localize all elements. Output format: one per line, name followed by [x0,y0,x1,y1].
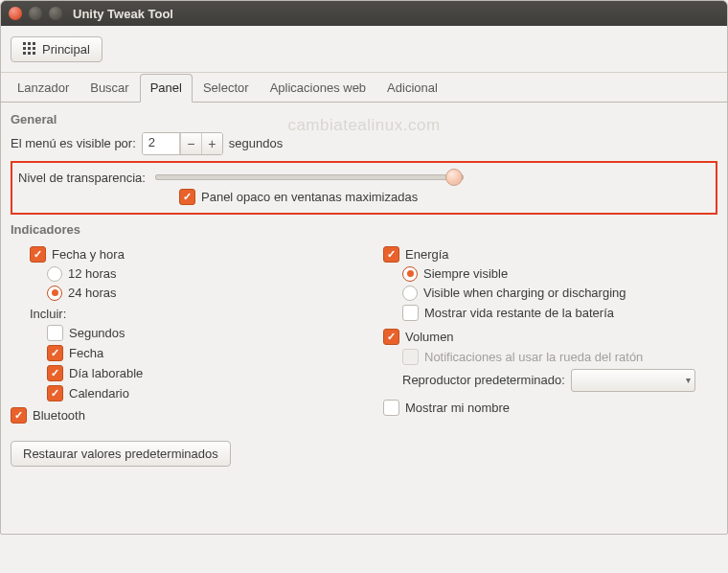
radio-12h[interactable] [47,266,62,282]
titlebar: Unity Tweak Tool [1,1,727,26]
radio-24h-label: 24 horas [68,286,117,300]
energy-always-label: Siempre visible [423,266,508,281]
tab-panel[interactable]: Panel [140,74,193,103]
stepper-plus-button[interactable]: + [201,133,222,154]
date-checkbox[interactable] [47,345,63,361]
principal-label: Principal [42,42,90,57]
radio-12h-label: 12 horas [68,266,117,281]
player-label: Reproductor predeterminado: [402,373,565,387]
highlight-box: Nivel de transparencia: Panel opaco en v… [11,161,717,215]
seconds-checkbox[interactable] [47,325,63,341]
energy-checkbox[interactable] [383,246,399,263]
tab-selector[interactable]: Selector [193,74,260,103]
restore-defaults-button[interactable]: Restaurar valores predeterminados [11,441,231,467]
opaque-panel-checkbox[interactable] [179,189,195,205]
volume-notify-checkbox [402,349,419,365]
stepper-minus-button[interactable]: − [180,133,201,154]
show-name-label: Mostrar mi nombre [405,401,510,415]
indicators-col-right: Energía Siempre visible Visible when cha… [383,242,717,467]
section-indicators-title: Indicadores [11,222,717,237]
energy-label: Energía [405,247,449,262]
bluetooth-checkbox[interactable] [11,407,27,424]
opaque-panel-label: Panel opaco en ventanas maximizadas [201,190,418,204]
toolbar: Principal [1,26,727,73]
radio-24h[interactable] [47,286,62,301]
workday-label: Día laborable [69,366,143,380]
grid-icon [23,42,36,56]
energy-charging-radio[interactable] [402,286,418,301]
menu-visible-stepper[interactable]: 2 − + [142,132,223,155]
datetime-checkbox[interactable] [30,246,46,263]
bluetooth-label: Bluetooth [33,408,85,423]
app-window: Unity Tweak Tool Principal Lanzador Busc… [0,0,728,535]
energy-charging-label: Visible when charging or discharging [423,286,626,300]
transparency-label: Nivel de transparencia: [18,171,146,185]
tab-buscar[interactable]: Buscar [80,74,139,103]
tabbar: Lanzador Buscar Panel Selector Aplicacio… [1,73,727,103]
menu-visible-value: 2 [143,133,180,154]
tab-aplicaciones-web[interactable]: Aplicaciones web [260,74,376,103]
tab-adicional[interactable]: Adicional [376,74,448,103]
workday-checkbox[interactable] [47,365,63,381]
minimize-icon[interactable] [29,7,42,20]
content-area: cambiatealinux.com General El menú es vi… [1,103,727,534]
player-combobox[interactable]: ▾ [571,369,695,392]
date-label: Fecha [69,346,103,360]
energy-remaining-label: Mostrar vida restante de la batería [424,306,614,320]
indicators-col-left: Fecha y hora 12 horas 24 horas Incluir: … [11,242,345,467]
transparency-slider[interactable] [155,174,464,180]
show-name-checkbox[interactable] [383,400,399,416]
energy-always-radio[interactable] [402,266,418,282]
calendar-checkbox[interactable] [47,385,63,401]
principal-button[interactable]: Principal [11,36,102,62]
datetime-label: Fecha y hora [52,247,125,262]
restore-defaults-label: Restaurar valores predeterminados [23,447,218,461]
chevron-down-icon: ▾ [686,375,691,385]
menu-visible-label: El menú es visible por: [11,136,136,150]
include-label: Incluir: [30,307,66,321]
volume-label: Volumen [405,330,454,344]
window-title: Unity Tweak Tool [73,7,173,21]
energy-remaining-checkbox[interactable] [402,305,419,321]
seconds-label: Segundos [69,326,125,340]
tab-lanzador[interactable]: Lanzador [7,74,80,103]
menu-visible-unit: segundos [229,136,283,150]
close-icon[interactable] [9,7,22,20]
calendar-label: Calendario [69,386,129,401]
volume-checkbox[interactable] [383,329,399,345]
volume-notify-label: Notificaciones al usar la rueda del rató… [424,350,643,364]
section-general-title: General [11,112,717,126]
slider-thumb-icon[interactable] [445,169,463,186]
maximize-icon[interactable] [49,7,62,20]
